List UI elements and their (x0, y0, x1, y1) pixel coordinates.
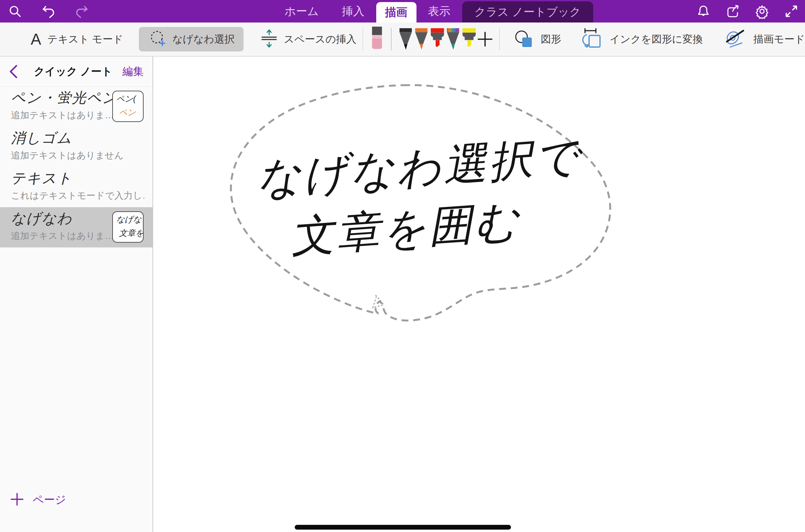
tab-class-notebook[interactable]: クラス ノートブック (462, 1, 593, 22)
lasso-select-label: なげなわ選択 (172, 32, 235, 46)
bell-icon[interactable] (696, 4, 711, 19)
page-title: テキスト (11, 170, 144, 186)
tab-draw[interactable]: 描画 (376, 2, 416, 22)
sidebar-header: クイック ノート 編集 (0, 57, 152, 87)
draw-mode-icon (723, 28, 747, 50)
black-pen-tool[interactable] (398, 22, 414, 56)
search-icon[interactable] (8, 4, 23, 19)
page-row-lasso[interactable]: なげなわ 追加テキストはありま… なげな 文章を (0, 207, 152, 247)
shapes-button[interactable]: 図形 (513, 29, 561, 50)
draw-mode-label: 描画モード (753, 32, 805, 46)
tab-insert[interactable]: 挿入 (331, 0, 376, 22)
page-thumbnail: ペン( ペン (112, 91, 144, 122)
ink-to-shape-label: インクを図形に変換 (610, 32, 703, 46)
page-list-sidebar: クイック ノート 編集 ペン・蛍光ペン 追加テキストはありま… ペン( ペン 消… (0, 57, 153, 532)
tab-view[interactable]: 表示 (416, 0, 462, 22)
notebook-title: クイック ノート (24, 64, 122, 79)
lasso-select-button[interactable]: なげなわ選択 (139, 27, 244, 51)
page-row-text[interactable]: テキスト これはテキストモードで入力し… (0, 167, 152, 207)
home-indicator[interactable] (295, 525, 511, 530)
page-subtitle: これはテキストモードで入力し… (11, 189, 144, 202)
draw-toolbar: A テキスト モード なげなわ選択 スペースの挿入 (0, 22, 805, 57)
redo-icon (74, 4, 89, 19)
toolbar-divider (363, 28, 363, 50)
add-page-label: ページ (33, 492, 66, 507)
insert-space-button[interactable]: スペースの挿入 (260, 29, 356, 50)
thumbnail-ink-text: ペン (116, 107, 143, 118)
thumbnail-ink-text: ペン( (116, 93, 143, 104)
shapes-label: 図形 (541, 32, 561, 46)
shapes-icon (513, 29, 535, 50)
orange-pen-tool[interactable] (413, 22, 429, 56)
add-page-button[interactable]: ページ (10, 492, 66, 507)
page-thumbnail: なげな 文章を (112, 211, 144, 243)
draw-mode-button[interactable]: 描画モード (723, 28, 805, 50)
lasso-icon (148, 30, 167, 49)
page-row-pen-highlighter[interactable]: ペン・蛍光ペン 追加テキストはありま… ペン( ペン (0, 87, 152, 127)
note-canvas[interactable]: なげなわ選択で 文章を囲む (154, 57, 805, 532)
page-row-eraser[interactable]: 消しゴム 追加テキストはありません (0, 127, 152, 167)
edit-button[interactable]: 編集 (122, 64, 144, 79)
text-mode-button[interactable]: A テキスト モード (0, 30, 123, 48)
lasso-selection-outline[interactable] (154, 57, 805, 532)
topbar-right-group (696, 0, 799, 22)
shape-tools-group: 図形 インクを図形に変換 描画モード (513, 27, 805, 51)
topbar-left-group (0, 4, 147, 19)
top-app-bar: ホーム 挿入 描画 表示 クラス ノートブック (0, 0, 805, 22)
expand-icon[interactable] (784, 4, 799, 19)
red-highlighter-tool[interactable] (429, 22, 445, 56)
insert-space-icon (260, 29, 278, 50)
undo-icon[interactable] (41, 4, 56, 19)
share-icon[interactable] (725, 4, 740, 19)
tab-home[interactable]: ホーム (273, 0, 331, 22)
page-subtitle: 追加テキストはありません (11, 149, 144, 162)
insert-space-label: スペースの挿入 (284, 32, 356, 46)
text-mode-a-icon: A (31, 30, 41, 48)
add-pen-button[interactable] (477, 31, 493, 47)
toolbar-divider (391, 28, 391, 50)
plus-icon (10, 492, 24, 507)
ribbon-tab-strip: ホーム 挿入 描画 表示 クラス ノートブック (273, 0, 593, 22)
toolbar-divider (499, 28, 500, 50)
thumbnail-ink-text: なげな (116, 214, 143, 225)
ink-to-shape-icon (582, 27, 603, 51)
gear-icon[interactable] (755, 4, 770, 19)
text-mode-label: テキスト モード (47, 32, 123, 46)
ink-to-shape-button[interactable]: インクを図形に変換 (582, 27, 703, 51)
yellow-highlighter-tool[interactable] (461, 22, 477, 56)
back-chevron-icon[interactable] (9, 65, 24, 78)
page-title: 消しゴム (11, 130, 144, 146)
thumbnail-ink-text: 文章を (116, 228, 143, 239)
rainbow-pen-tool[interactable] (445, 22, 461, 56)
eraser-tool[interactable] (369, 22, 385, 56)
